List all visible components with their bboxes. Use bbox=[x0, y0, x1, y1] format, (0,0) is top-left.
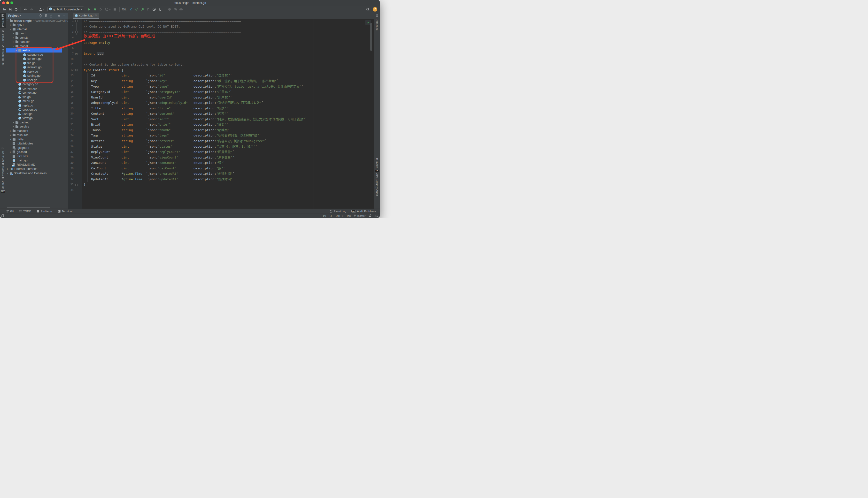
code-line-7[interactable]: 7+import ... bbox=[68, 51, 374, 57]
code-line-15[interactable]: 15 Type string `json:"type" description:… bbox=[68, 84, 374, 90]
code-line-33[interactable]: 33−} bbox=[68, 182, 374, 187]
chevron-down-icon[interactable]: › bbox=[15, 49, 17, 52]
save-all-icon[interactable] bbox=[7, 6, 13, 12]
tree-item-entity[interactable]: ›entity bbox=[6, 48, 62, 53]
git-push-button[interactable] bbox=[140, 6, 145, 12]
code-line-2[interactable]: 2// Code generated by GoFrame CLI tool. … bbox=[68, 24, 374, 29]
chevron-right-icon[interactable]: › bbox=[12, 121, 14, 124]
git-branch-widget[interactable]: master bbox=[354, 214, 366, 217]
code-line-24[interactable]: 24 Tags string `json:"tags" description:… bbox=[68, 133, 374, 139]
chevron-right-icon[interactable]: › bbox=[9, 130, 12, 132]
tree-item-reply.go[interactable]: reply.go bbox=[6, 69, 62, 74]
tree-item-category.go[interactable]: category.go bbox=[6, 53, 62, 57]
sidebar-item-favorites[interactable]: Favorites bbox=[0, 162, 6, 178]
tree-item-consts[interactable]: ›consts bbox=[6, 36, 62, 40]
tree-item-resource[interactable]: ›resource bbox=[6, 133, 62, 137]
gear-icon[interactable] bbox=[58, 14, 61, 17]
chevron-right-icon[interactable]: › bbox=[9, 138, 12, 141]
fold-collapse-icon[interactable]: − bbox=[75, 184, 77, 186]
code-line-14[interactable]: 14 Key string `json:"key" description:"唯… bbox=[68, 78, 374, 84]
code-line-19[interactable]: 19 Title string `json:"title" descriptio… bbox=[68, 106, 374, 111]
tree-item-model[interactable]: ›model bbox=[6, 44, 62, 48]
tree-item-file.go[interactable]: file.go bbox=[6, 95, 62, 99]
chevron-right-icon[interactable]: › bbox=[12, 32, 14, 35]
tree-item-.gitattributes[interactable]: .gitattributes bbox=[6, 142, 62, 146]
tree-item-service[interactable]: ›service bbox=[6, 124, 62, 129]
chevron-right-icon[interactable]: › bbox=[9, 151, 12, 153]
git-compare-icon[interactable] bbox=[145, 6, 151, 12]
code-line-29[interactable]: 29 ZanCount uint `json:"zanCount" descri… bbox=[68, 160, 374, 166]
code-line-22[interactable]: 22 Brief string `json:"brief" descriptio… bbox=[68, 122, 374, 128]
collapse-all-icon[interactable] bbox=[50, 14, 53, 17]
tree-item-focus-single[interactable]: ›focus-single~/Workspace/Go/GOPATH/s bbox=[6, 18, 62, 23]
hide-panel-icon[interactable] bbox=[63, 14, 66, 17]
tree-item-external-libraries[interactable]: ›External Libraries bbox=[6, 167, 62, 171]
chevron-down-icon[interactable]: › bbox=[12, 45, 14, 48]
tool-window-todo[interactable]: TODO bbox=[19, 210, 31, 213]
chevron-down-icon[interactable]: › bbox=[9, 28, 12, 30]
tree-item-license[interactable]: LICENSE bbox=[6, 154, 62, 158]
fold-expand-icon[interactable]: + bbox=[75, 53, 77, 55]
tool-window-git[interactable]: Git bbox=[6, 210, 14, 213]
folded-import-chip[interactable]: ... bbox=[97, 52, 104, 55]
code-line-31[interactable]: 31 CreatedAt *gtime.Time `json:"createdA… bbox=[68, 171, 374, 176]
code-line-20[interactable]: 20 Content string `json:"content" descri… bbox=[68, 111, 374, 117]
tree-item-file.go[interactable]: file.go bbox=[6, 61, 62, 65]
tool-window-problems[interactable]: Problems bbox=[37, 210, 53, 213]
event-log-button[interactable]: Event Log bbox=[330, 210, 346, 213]
sidebar-item-structure[interactable]: Structure bbox=[0, 146, 6, 162]
tree-item-manifest[interactable]: ›manifest bbox=[6, 129, 62, 133]
chevron-right-icon[interactable]: › bbox=[9, 134, 12, 136]
fold-collapse-icon[interactable]: − bbox=[75, 69, 77, 71]
code-line-30[interactable]: 30 CaiCount uint `json:"caiCount" descri… bbox=[68, 166, 374, 171]
indent-style[interactable]: Tab bbox=[347, 214, 351, 217]
chevron-right-icon[interactable]: › bbox=[12, 37, 14, 39]
code-line-32[interactable]: 32 UpdatedAt *gtime.Time `json:"updatedA… bbox=[68, 176, 374, 182]
git-update-button[interactable] bbox=[128, 6, 134, 12]
tab-content-go[interactable]: content.go ✕ bbox=[73, 13, 99, 18]
tree-item-packed[interactable]: ›packed bbox=[6, 120, 62, 124]
tree-item-reply.go[interactable]: reply.go bbox=[6, 103, 62, 108]
code-line-28[interactable]: 28 ViewCount uint `json:"viewCount" desc… bbox=[68, 155, 374, 160]
hexagon-icon[interactable] bbox=[167, 6, 173, 12]
code-line-13[interactable]: 13 Id uint `json:"id" description:"自增ID"… bbox=[68, 73, 374, 78]
code-line-10[interactable]: 10 bbox=[68, 57, 374, 62]
update-notification-button[interactable] bbox=[373, 7, 377, 12]
code-line-16[interactable]: 16 CategoryId uint `json:"categoryId" de… bbox=[68, 89, 374, 95]
history-icon[interactable] bbox=[151, 6, 157, 12]
sidebar-item-database[interactable]: Database bbox=[374, 14, 380, 31]
editor-vertical-scrollbar[interactable] bbox=[370, 23, 372, 51]
code-line-11[interactable]: 11// Content is the golang structure for… bbox=[68, 62, 374, 67]
search-everywhere-button[interactable] bbox=[366, 8, 370, 11]
code-line-18[interactable]: 18 AdoptedReplyId uint `json:"adoptedRep… bbox=[68, 100, 374, 106]
audit-problems-button[interactable]: /API Audit Problems bbox=[352, 210, 376, 213]
sidebar-item-pull-requests[interactable]: Pull Requests bbox=[0, 45, 6, 67]
tool-window-terminal[interactable]: Terminal bbox=[58, 210, 72, 213]
tree-item-content.go[interactable]: content.go bbox=[6, 57, 62, 61]
restore-windows-icon[interactable] bbox=[1, 214, 4, 217]
tree-item-context.go[interactable]: context.go bbox=[6, 91, 62, 95]
tree-item-readme.md[interactable]: README.MD bbox=[6, 162, 62, 167]
readonly-lock-icon[interactable] bbox=[369, 214, 371, 217]
sidebar-item-api-security-audit[interactable]: API API Security Audit bbox=[374, 170, 380, 196]
tree-item-setting.go[interactable]: setting.go bbox=[6, 74, 62, 78]
file-encoding[interactable]: UTF-8 bbox=[336, 214, 343, 217]
sidebar-item-project[interactable]: Project bbox=[0, 13, 6, 28]
chevron-right-icon[interactable]: › bbox=[12, 41, 14, 43]
code-line-26[interactable]: 26 Status uint `json:"status" descriptio… bbox=[68, 144, 374, 149]
open-icon[interactable] bbox=[1, 6, 7, 12]
sidebar-item-make[interactable]: M make bbox=[374, 158, 380, 168]
tree-item-content.go[interactable]: content.go bbox=[6, 87, 62, 91]
code-line-6[interactable]: 6 bbox=[68, 46, 374, 51]
tree-item-utility[interactable]: ›utility bbox=[6, 137, 62, 142]
rollback-icon[interactable] bbox=[157, 6, 163, 12]
chevron-right-icon[interactable]: › bbox=[12, 125, 14, 128]
profiler-button[interactable] bbox=[104, 6, 112, 12]
chevron-right-icon[interactable]: › bbox=[6, 172, 9, 174]
tree-item-session.go[interactable]: session.go bbox=[6, 108, 62, 112]
project-panel-header[interactable]: Project bbox=[6, 13, 68, 18]
code-line-34[interactable]: 34 bbox=[68, 187, 374, 193]
fold-collapse-icon[interactable]: − bbox=[75, 20, 77, 22]
tree-item-user.go[interactable]: user.go bbox=[6, 78, 62, 82]
fold-collapse-icon[interactable]: − bbox=[75, 31, 77, 33]
